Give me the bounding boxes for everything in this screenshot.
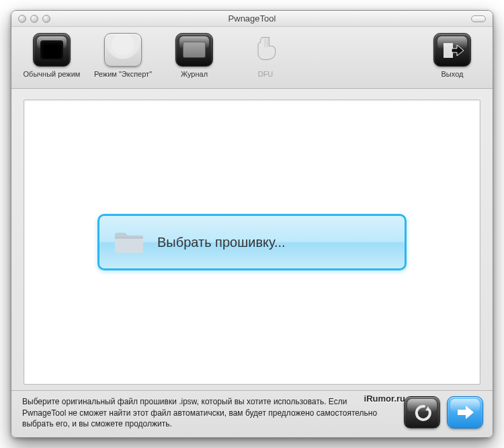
toolbar-item-log[interactable]: Журнал bbox=[161, 31, 228, 78]
log-icon bbox=[173, 31, 216, 69]
back-button[interactable] bbox=[404, 396, 440, 428]
main-panel: Выбрать прошивку... bbox=[24, 100, 480, 385]
toolbar-item-label: Журнал bbox=[181, 70, 208, 78]
toolbar-pill-icon[interactable] bbox=[471, 15, 486, 22]
toolbar: Обычный режим Режим "Эксперт" Журнал D bbox=[11, 27, 493, 89]
folder-icon bbox=[113, 229, 145, 256]
toolbar-item-dfu[interactable]: DFU bbox=[232, 31, 299, 78]
window-controls bbox=[18, 15, 50, 23]
normal-mode-icon bbox=[30, 31, 73, 69]
window-title: PwnageTool bbox=[11, 13, 493, 24]
dfu-hand-icon bbox=[244, 31, 287, 69]
svg-rect-1 bbox=[267, 39, 269, 48]
toolbar-item-exit[interactable]: Выход bbox=[419, 31, 486, 78]
toolbar-item-normal-mode[interactable]: Обычный режим bbox=[18, 31, 85, 78]
titlebar: PwnageTool bbox=[11, 11, 493, 27]
content-area: Выбрать прошивку... bbox=[11, 89, 493, 390]
select-firmware-label: Выбрать прошивку... bbox=[157, 235, 286, 250]
toolbar-item-label: Режим "Эксперт" bbox=[94, 70, 152, 78]
next-button[interactable] bbox=[447, 396, 483, 428]
toolbar-item-label: Обычный режим bbox=[24, 70, 81, 78]
zoom-icon[interactable] bbox=[42, 15, 50, 23]
svg-rect-0 bbox=[264, 39, 266, 48]
minimize-icon[interactable] bbox=[30, 15, 38, 23]
nav-buttons bbox=[404, 396, 483, 428]
toolbar-item-label: DFU bbox=[258, 70, 274, 78]
toolbar-item-label: Выход bbox=[442, 70, 464, 78]
einstein-icon bbox=[101, 31, 144, 69]
select-firmware-button[interactable]: Выбрать прошивку... bbox=[97, 214, 407, 270]
app-window: PwnageTool Обычный режим Режим "Эксперт"… bbox=[11, 10, 493, 438]
exit-icon bbox=[431, 31, 474, 69]
footer: Выберите оригинальный файл прошивки .ips… bbox=[11, 390, 493, 437]
close-icon[interactable] bbox=[18, 15, 26, 23]
watermark: iRumor.ru bbox=[364, 394, 405, 404]
footer-hint: Выберите оригинальный файл прошивки .ips… bbox=[22, 396, 396, 429]
toolbar-item-expert-mode[interactable]: Режим "Эксперт" bbox=[89, 31, 157, 78]
